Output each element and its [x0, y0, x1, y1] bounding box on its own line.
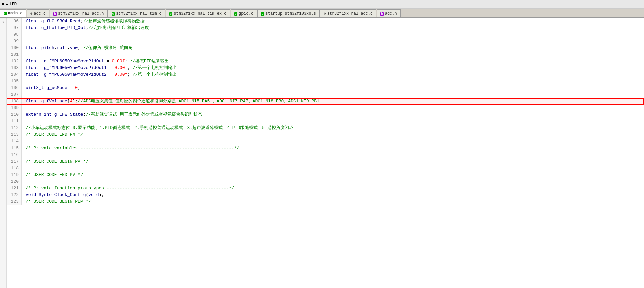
- tab-icon-0: c: [4, 11, 7, 16]
- line-number: 101: [7, 51, 22, 58]
- line-number: 100: [7, 45, 22, 51]
- tab-stm32f1xx_hal_adc-h[interactable]: hstm32f1xx_hal_adc.h: [50, 9, 107, 17]
- toolbar: ■ ▲ LED: [0, 0, 644, 9]
- line-number: 122: [7, 192, 22, 198]
- code-line: 99: [7, 38, 644, 45]
- line-content: float pitch,roll,yaw; //俯仰角 横滚角 航向角: [22, 45, 133, 51]
- line-number: 103: [7, 65, 22, 71]
- line-content: //小车运动模式标志位 0:显示功能、1:PID循迹模式、2:手机遥控普通运动模…: [22, 125, 293, 131]
- line-number: 110: [7, 111, 22, 118]
- line-number: 119: [7, 172, 22, 178]
- line-content: /* Private function prototypes ---------…: [22, 185, 234, 192]
- line-number: 106: [7, 85, 22, 91]
- code-line: 120: [7, 178, 644, 185]
- code-editor[interactable]: 96float g_fHC_SR04_Read;//超声波传感器读取障碍物数据9…: [7, 18, 644, 288]
- tab-label-3: stm32f1xx_hal_tim.c: [116, 11, 162, 16]
- tab-icon-1: ⚙: [30, 11, 33, 16]
- tab-stm32f1xx_hal_tim_ex-c[interactable]: cstm32f1xx_hal_tim_ex.c: [166, 9, 230, 17]
- line-content: /* USER CODE BEGIN PV */: [22, 158, 88, 165]
- tab-adc-h[interactable]: hadc.h: [377, 9, 400, 17]
- line-number: 104: [7, 71, 22, 78]
- tab-stm32f1xx_hal_adc-c[interactable]: ⚙stm32f1xx_hal_adc.c: [320, 9, 376, 17]
- code-line: 105: [7, 78, 644, 85]
- line-content: [22, 78, 28, 85]
- line-number: 107: [7, 91, 22, 98]
- line-number: 109: [7, 105, 22, 111]
- line-number: 114: [7, 138, 22, 145]
- tab-adc-c[interactable]: ⚙adc.c: [27, 9, 50, 17]
- line-content: float g_fMPU6050YawMovePidOut2 = 0.00f; …: [22, 71, 177, 78]
- tab-icon-8: h: [380, 11, 383, 16]
- line-content: [22, 138, 28, 145]
- code-line: 123/* USER CODE BEGIN PEP */: [7, 198, 644, 205]
- tab-icon-7: ⚙: [324, 11, 326, 16]
- line-number: 105: [7, 78, 22, 85]
- tab-label-1: adc.c: [34, 11, 46, 16]
- code-line: 96float g_fHC_SR04_Read;//超声波传感器读取障碍物数据: [7, 18, 644, 25]
- code-line: 110extern int g_lHW_State;//帮助视觉调试 用于表示红…: [7, 111, 644, 118]
- line-number: 102: [7, 58, 22, 65]
- line-number: 108: [7, 98, 22, 105]
- tab-gpio-c[interactable]: cgpio.c: [231, 9, 257, 17]
- toolbar-label: LED: [9, 2, 17, 7]
- tab-icon-5: c: [234, 11, 237, 16]
- tab-label-4: stm32f1xx_hal_tim_ex.c: [174, 11, 226, 16]
- line-content: float g_fHC_SR04_Read;//超声波传感器读取障碍物数据: [22, 18, 145, 25]
- line-number: 96: [7, 18, 22, 25]
- line-content: [22, 152, 28, 158]
- line-content: float g_fMPU6050YawMovePidOut1 = 0.00f; …: [22, 65, 177, 71]
- line-number: 113: [7, 131, 22, 138]
- code-line: 102float g_fMPU6050YawMovePidOut = 0.00f…: [7, 58, 644, 65]
- tab-icon-6: c: [261, 11, 264, 16]
- line-number: 97: [7, 25, 22, 31]
- line-number: 111: [7, 118, 22, 125]
- code-line: 104float g_fMPU6050YawMovePidOut2 = 0.00…: [7, 71, 644, 78]
- code-line: 108float g_fVoltage[4];//ADC电压采集值 值对应的四个…: [7, 98, 644, 105]
- left-sidebar: ◁: [0, 18, 7, 288]
- tab-startup_stm32f103xb-s[interactable]: cstartup_stm32f103xb.s: [257, 9, 320, 17]
- code-line: 101: [7, 51, 644, 58]
- line-content: [22, 178, 28, 185]
- code-line: 116: [7, 152, 644, 158]
- line-number: 123: [7, 198, 22, 205]
- code-line: 98: [7, 31, 644, 38]
- line-number: 120: [7, 178, 22, 185]
- line-number: 121: [7, 185, 22, 192]
- tab-label-8: adc.h: [385, 11, 397, 16]
- line-content: /* USER CODE BEGIN PEP */: [22, 198, 91, 205]
- line-content: [22, 105, 28, 111]
- code-lines: 96float g_fHC_SR04_Read;//超声波传感器读取障碍物数据9…: [7, 18, 644, 205]
- line-content: [22, 31, 28, 38]
- line-content: [22, 51, 28, 58]
- code-line: 115/* Private variables ----------------…: [7, 145, 644, 152]
- line-content: /* USER CODE END PM */: [22, 131, 83, 138]
- code-line: 109: [7, 105, 644, 111]
- line-content: uint8_t g_ucMode = 0;: [22, 85, 80, 91]
- line-content: float g_fVoltage[4];//ADC电压采集值 值对应的四个通道和…: [22, 98, 319, 105]
- line-content: /* USER CODE END PV */: [22, 172, 83, 178]
- code-line: 107: [7, 91, 644, 98]
- line-number: 117: [7, 158, 22, 165]
- code-line: 112//小车运动模式标志位 0:显示功能、1:PID循迹模式、2:手机遥控普通…: [7, 125, 644, 131]
- editor-container: ◁ 96float g_fHC_SR04_Read;//超声波传感器读取障碍物数…: [0, 18, 644, 288]
- line-content: [22, 91, 28, 98]
- code-line: 118: [7, 165, 644, 172]
- code-line: 119/* USER CODE END PV */: [7, 172, 644, 178]
- code-line: 117/* USER CODE BEGIN PV */: [7, 158, 644, 165]
- code-line: 113/* USER CODE END PM */: [7, 131, 644, 138]
- line-content: extern int g_lHW_State;//帮助视觉调试 用于表示红外对管…: [22, 111, 202, 118]
- line-content: [22, 38, 28, 45]
- tab-main-c[interactable]: cmain.c: [0, 9, 26, 17]
- tab-label-0: main.c: [8, 11, 22, 16]
- code-line: 122void SystemClock_Config(void);: [7, 192, 644, 198]
- line-number: 98: [7, 31, 22, 38]
- code-line: 106uint8_t g_ucMode = 0;: [7, 85, 644, 91]
- collapse-button[interactable]: ◁: [0, 19, 6, 25]
- code-line: 100float pitch,roll,yaw; //俯仰角 横滚角 航向角: [7, 45, 644, 51]
- line-number: 116: [7, 152, 22, 158]
- code-line: 103float g_fMPU6050YawMovePidOut1 = 0.00…: [7, 65, 644, 71]
- tab-stm32f1xx_hal_tim-c[interactable]: cstm32f1xx_hal_tim.c: [108, 9, 165, 17]
- toolbar-icon-1: ■: [2, 2, 4, 7]
- tab-label-7: stm32f1xx_hal_adc.c: [327, 11, 373, 16]
- code-line: 114: [7, 138, 644, 145]
